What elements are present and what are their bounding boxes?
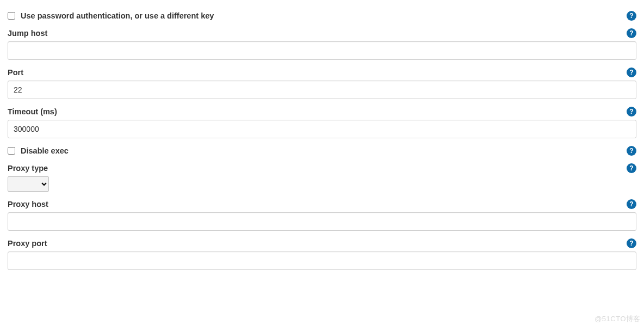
jump-host-input[interactable] bbox=[8, 41, 636, 60]
disable-exec-checkbox[interactable] bbox=[8, 147, 15, 155]
help-icon[interactable]: ? bbox=[627, 107, 636, 116]
proxy-type-select[interactable] bbox=[8, 176, 49, 192]
proxy-port-label-row: Proxy port ? bbox=[8, 238, 636, 248]
port-label: Port bbox=[8, 68, 23, 77]
help-icon[interactable]: ? bbox=[627, 11, 636, 21]
jump-host-label: Jump host bbox=[8, 29, 47, 38]
jump-host-label-row: Jump host ? bbox=[8, 28, 636, 38]
proxy-host-label: Proxy host bbox=[8, 200, 48, 209]
password-auth-row: Use password authentication, or use a di… bbox=[8, 11, 636, 21]
proxy-type-label: Proxy type bbox=[8, 164, 48, 173]
proxy-port-input-row bbox=[8, 252, 636, 270]
disable-exec-row: Disable exec ? bbox=[8, 146, 636, 156]
timeout-label: Timeout (ms) bbox=[8, 107, 57, 116]
help-icon[interactable]: ? bbox=[627, 199, 636, 209]
help-icon[interactable]: ? bbox=[627, 68, 636, 77]
port-input[interactable] bbox=[8, 81, 636, 99]
ssh-config-form: Use password authentication, or use a di… bbox=[0, 0, 644, 286]
disable-exec-label: Disable exec bbox=[21, 146, 69, 155]
proxy-type-label-row: Proxy type ? bbox=[8, 163, 636, 173]
proxy-host-input-row bbox=[8, 212, 636, 231]
help-icon[interactable]: ? bbox=[627, 146, 636, 156]
port-label-row: Port ? bbox=[8, 68, 636, 77]
jump-host-input-row bbox=[8, 41, 636, 60]
proxy-port-input[interactable] bbox=[8, 252, 636, 270]
timeout-label-row: Timeout (ms) ? bbox=[8, 107, 636, 116]
proxy-type-select-wrap bbox=[8, 176, 636, 192]
disable-exec-checkbox-wrap: Disable exec bbox=[8, 146, 627, 155]
help-icon[interactable]: ? bbox=[627, 163, 636, 173]
password-auth-checkbox-wrap: Use password authentication, or use a di… bbox=[8, 11, 627, 20]
password-auth-label: Use password authentication, or use a di… bbox=[21, 11, 214, 20]
timeout-input[interactable] bbox=[8, 120, 636, 138]
proxy-host-input[interactable] bbox=[8, 212, 636, 231]
port-input-row bbox=[8, 81, 636, 99]
help-icon[interactable]: ? bbox=[627, 238, 636, 248]
password-auth-checkbox[interactable] bbox=[8, 12, 15, 20]
proxy-port-label: Proxy port bbox=[8, 239, 47, 248]
help-icon[interactable]: ? bbox=[627, 28, 636, 38]
proxy-host-label-row: Proxy host ? bbox=[8, 199, 636, 209]
timeout-input-row bbox=[8, 120, 636, 138]
